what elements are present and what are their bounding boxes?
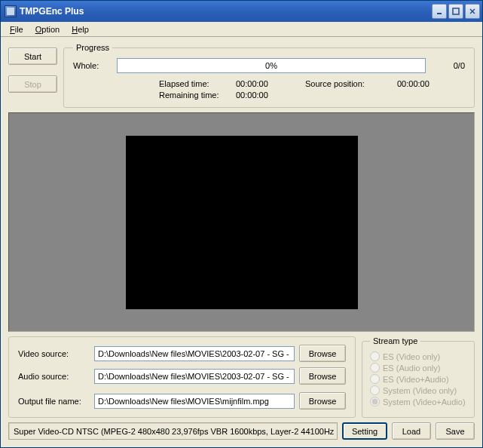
radio-es-video xyxy=(370,351,380,361)
source-pos-value: 00:00:00 xyxy=(397,79,465,88)
load-button[interactable]: Load xyxy=(392,422,431,440)
status-text: Super Video-CD NTSC (MPEG-2 480x480 23,9… xyxy=(8,422,338,440)
stream-type-legend: Stream type xyxy=(370,336,420,345)
maximize-button[interactable] xyxy=(448,4,463,19)
remaining-label: Remaining time: xyxy=(159,91,234,100)
preview-canvas xyxy=(126,136,358,309)
stream-opt-es-audio: ES (Audio only) xyxy=(370,363,466,373)
browse-audio-button[interactable]: Browse xyxy=(299,367,346,385)
menu-option[interactable]: Option xyxy=(29,23,66,35)
source-group: Video source: Browse Audio source: Brows… xyxy=(8,336,356,418)
output-file-input[interactable] xyxy=(94,394,295,409)
save-button[interactable]: Save xyxy=(436,422,475,440)
svg-rect-1 xyxy=(453,8,459,14)
radio-es-va xyxy=(370,374,380,384)
close-button[interactable] xyxy=(465,4,480,19)
titlebar[interactable]: TMPGEnc Plus xyxy=(1,1,482,22)
remaining-value: 00:00:00 xyxy=(236,91,304,100)
stop-button: Stop xyxy=(8,75,57,93)
progress-legend: Progress xyxy=(73,43,112,52)
menu-help[interactable]: Help xyxy=(66,23,95,35)
app-window: TMPGEnc Plus File Option Help Start Stop… xyxy=(0,0,483,448)
stream-type-group: Stream type ES (Video only) ES (Audio on… xyxy=(362,336,475,418)
progress-bar: 0% xyxy=(117,58,426,73)
radio-es-audio xyxy=(370,363,380,373)
stream-opt-es-va: ES (Video+Audio) xyxy=(370,374,466,384)
app-icon xyxy=(5,5,17,17)
output-file-label: Output file name: xyxy=(18,397,90,406)
whole-label: Whole: xyxy=(73,61,111,70)
progress-group: Progress Whole: 0% 0/0 Elapsed time: 00:… xyxy=(63,43,475,108)
content-area: Start Stop Progress Whole: 0% 0/0 Elapse… xyxy=(1,37,482,447)
browse-output-button[interactable]: Browse xyxy=(299,392,346,410)
audio-source-input[interactable] xyxy=(94,369,295,384)
stream-opt-sys-va: System (Video+Audio) xyxy=(370,397,466,407)
radio-sys-video xyxy=(370,385,380,395)
elapsed-label: Elapsed time: xyxy=(159,79,234,88)
minimize-icon xyxy=(436,8,443,15)
progress-counter: 0/0 xyxy=(432,61,465,70)
setting-button[interactable]: Setting xyxy=(342,422,387,440)
menu-file[interactable]: File xyxy=(4,23,29,35)
progress-percent: 0% xyxy=(265,61,277,70)
window-title: TMPGEnc Plus xyxy=(20,6,432,17)
video-source-label: Video source: xyxy=(18,349,90,358)
video-source-input[interactable] xyxy=(94,346,295,361)
minimize-button[interactable] xyxy=(432,4,447,19)
audio-source-label: Audio source: xyxy=(18,372,90,381)
elapsed-value: 00:00:00 xyxy=(236,79,304,88)
start-button[interactable]: Start xyxy=(8,48,57,65)
radio-sys-va xyxy=(370,397,380,407)
maximize-icon xyxy=(452,8,460,15)
stream-opt-sys-video: System (Video only) xyxy=(370,385,466,395)
browse-video-button[interactable]: Browse xyxy=(299,345,346,362)
preview-area xyxy=(8,112,475,332)
menubar: File Option Help xyxy=(1,22,482,37)
source-pos-label: Source position: xyxy=(305,79,396,88)
stream-opt-es-video: ES (Video only) xyxy=(370,351,466,361)
close-icon xyxy=(469,8,476,15)
